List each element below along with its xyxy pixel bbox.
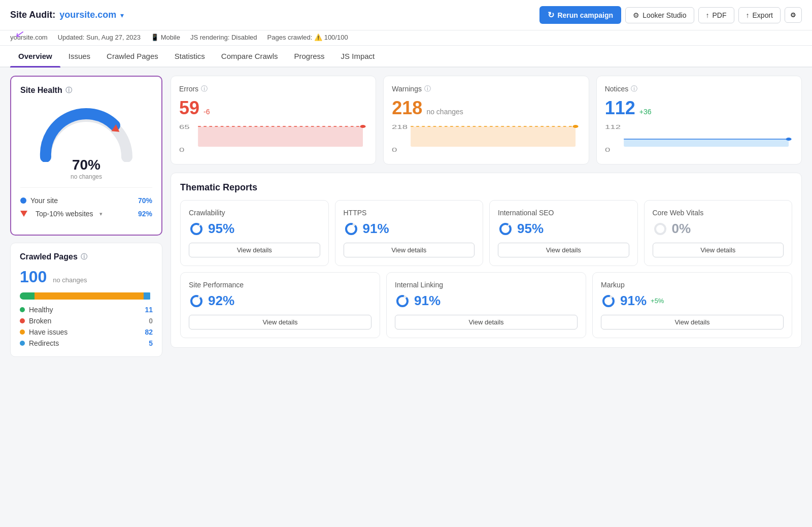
export-button[interactable]: ↑ Export: [738, 7, 781, 23]
legend-top10[interactable]: Top-10% websites ▾ 92%: [20, 207, 152, 220]
svg-rect-13: [624, 139, 789, 147]
sub-header-info: yoursite.com Updated: Sun, Aug 27, 2023 …: [10, 34, 348, 45]
thematic-row2: Site Performance 92% View details Intern…: [180, 272, 792, 338]
markup-pct: 91%: [620, 293, 647, 309]
errors-info-icon[interactable]: ⓘ: [201, 84, 208, 93]
thematic-reports-title: Thematic Reports: [180, 182, 792, 193]
nav-crawled-pages[interactable]: Crawled Pages: [98, 46, 166, 67]
broken-dot: [20, 318, 25, 323]
core-web-vitals-donut-icon: [653, 221, 668, 237]
svg-point-10: [573, 125, 579, 128]
svg-text:0: 0: [605, 147, 610, 153]
updated-date: Updated: Sun, Aug 27, 2023: [58, 34, 141, 41]
warnings-change: no changes: [426, 108, 463, 116]
svg-point-22: [655, 224, 665, 234]
gear-icon: ⚙: [790, 11, 796, 19]
progress-healthy: [20, 292, 35, 300]
gauge-chart: [36, 106, 137, 162]
looker-studio-button[interactable]: ⚙ Looker Studio: [625, 7, 694, 23]
crawled-pages-info-icon[interactable]: ⓘ: [81, 252, 87, 261]
warning-icon: ⚠️: [314, 34, 324, 41]
settings-button[interactable]: ⚙: [785, 7, 802, 23]
warnings-info-icon[interactable]: ⓘ: [424, 84, 431, 93]
intl-seo-pct: 95%: [517, 221, 544, 237]
mobile-label: 📱 Mobile: [151, 34, 180, 41]
notices-change: +36: [639, 108, 652, 116]
notices-chart: 112 0: [605, 124, 793, 154]
svg-point-5: [360, 125, 365, 128]
site-performance-title: Site Performance: [189, 281, 371, 289]
core-web-vitals-view-details[interactable]: View details: [653, 243, 784, 257]
errors-value: 59: [179, 97, 199, 119]
broken-value: 0: [149, 317, 153, 325]
errors-chart: 65 0: [179, 124, 367, 154]
markup-view-details[interactable]: View details: [601, 315, 784, 330]
nav-issues[interactable]: Issues: [60, 46, 98, 67]
thematic-site-performance: Site Performance 92% View details: [180, 272, 380, 338]
nav-progress[interactable]: Progress: [286, 46, 333, 67]
top10-triangle-icon: [20, 211, 27, 217]
internal-linking-pct: 91%: [414, 293, 441, 309]
svg-text:0: 0: [179, 147, 184, 153]
https-pct: 91%: [363, 221, 389, 237]
errors-change: -6: [204, 108, 210, 116]
chevron-down-icon[interactable]: ▾: [120, 11, 124, 19]
svg-text:0: 0: [392, 147, 397, 153]
thematic-row1: Crawlability 95% View details HTTPS: [180, 200, 792, 266]
warnings-label: Warnings ⓘ: [392, 84, 580, 93]
site-health-info-icon[interactable]: ⓘ: [65, 86, 72, 95]
looker-icon: ⚙: [633, 11, 639, 19]
nav-js-impact[interactable]: JS Impact: [333, 46, 383, 67]
site-name[interactable]: yoursite.com: [59, 10, 116, 20]
crawl-legend: Healthy 11 Broken 0 Have issues: [20, 306, 153, 347]
intl-seo-title: International SEO: [498, 209, 629, 217]
crawled-progress-bar: [20, 292, 153, 300]
main-content: Site Health ⓘ 70% no changes: [0, 68, 812, 365]
crawl-have-issues[interactable]: Have issues 82: [20, 328, 153, 336]
svg-text:112: 112: [605, 124, 621, 130]
internal-linking-view-details[interactable]: View details: [395, 315, 578, 330]
pdf-button[interactable]: ↑ PDF: [698, 7, 734, 23]
notices-value: 112: [605, 97, 635, 119]
rerun-button[interactable]: ↻ Rerun campaign: [539, 6, 621, 24]
nav-bar: ↙ Overview Issues Crawled Pages Statisti…: [0, 46, 812, 68]
crawled-pages-card: Crawled Pages ⓘ 100 no changes Healthy 1…: [10, 243, 162, 357]
crawl-redirects[interactable]: Redirects 5: [20, 339, 153, 347]
gauge-percent: 70%: [71, 157, 102, 173]
https-donut-icon: [344, 221, 359, 237]
your-site-dot: [20, 197, 26, 204]
thematic-intl-seo: International SEO 95% View details: [489, 200, 638, 266]
site-audit-label: Site Audit:: [10, 10, 55, 20]
top10-dropdown-icon[interactable]: ▾: [99, 211, 103, 217]
notices-label: Notices ⓘ: [605, 84, 793, 93]
issues-dot: [20, 330, 25, 335]
crawlability-view-details[interactable]: View details: [189, 243, 320, 257]
thematic-crawlability: Crawlability 95% View details: [180, 200, 329, 266]
legend-your-site: Your site 70%: [20, 194, 152, 207]
core-web-vitals-title: Core Web Vitals: [653, 209, 784, 217]
nav-statistics[interactable]: Statistics: [166, 46, 213, 67]
crawled-count: 100: [20, 268, 47, 286]
thematic-markup: Markup 91% +5% View details: [592, 272, 792, 338]
progress-issues: [35, 292, 144, 300]
markup-title: Markup: [601, 281, 784, 289]
crawl-healthy[interactable]: Healthy 11: [20, 306, 153, 314]
healthy-dot: [20, 307, 25, 312]
crawl-broken[interactable]: Broken 0: [20, 317, 153, 325]
progress-redirects: [144, 292, 150, 300]
nav-compare-crawls[interactable]: Compare Crawls: [213, 46, 286, 67]
svg-point-15: [786, 138, 791, 141]
markup-change: +5%: [651, 297, 664, 305]
https-view-details[interactable]: View details: [344, 243, 475, 257]
site-performance-view-details[interactable]: View details: [189, 315, 371, 330]
intl-seo-view-details[interactable]: View details: [498, 243, 629, 257]
notices-info-icon[interactable]: ⓘ: [631, 84, 637, 93]
header-actions: ↻ Rerun campaign ⚙ Looker Studio ↑ PDF ↑…: [539, 6, 802, 24]
pages-crawled-label: Pages crawled: ⚠️ 100/100: [267, 34, 348, 41]
svg-text:65: 65: [179, 124, 190, 130]
intl-seo-donut-icon: [498, 221, 513, 237]
right-panel: Errors ⓘ 59 -6 65 0 Warnings: [171, 76, 802, 357]
gauge-subtext: no changes: [71, 173, 102, 180]
thematic-reports-card: Thematic Reports Crawlability 95% View d…: [171, 173, 802, 348]
nav-overview[interactable]: Overview: [10, 46, 60, 67]
